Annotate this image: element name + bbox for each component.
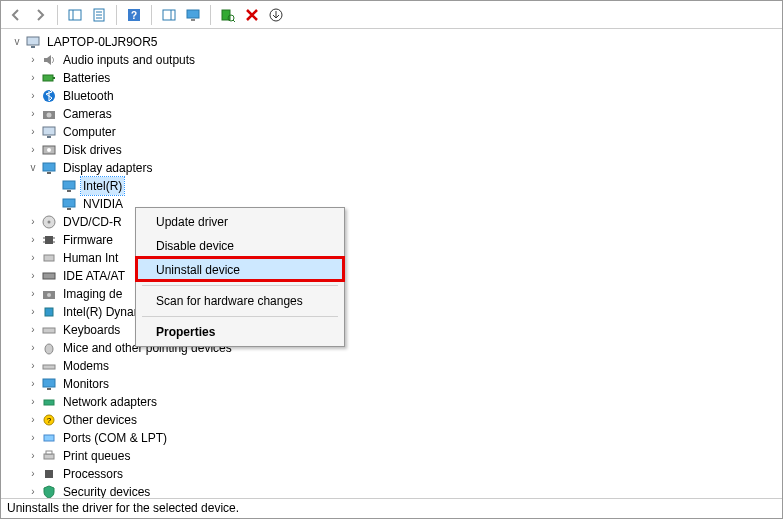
monitor-icon: [186, 8, 200, 22]
back-button[interactable]: [5, 4, 27, 26]
toolbar-separator: [151, 5, 152, 25]
tree-category-batteries[interactable]: › Batteries: [5, 69, 782, 87]
category-label: Print queues: [61, 447, 132, 465]
tree-category-keyboards[interactable]: › Keyboards: [5, 321, 782, 339]
tree-category-firmware[interactable]: › Firmware: [5, 231, 782, 249]
action-button[interactable]: [158, 4, 180, 26]
tree-category-processors[interactable]: › Processors: [5, 465, 782, 483]
expander-icon[interactable]: v: [25, 160, 41, 176]
tree-category-network[interactable]: › Network adapters: [5, 393, 782, 411]
tree-category-imaging[interactable]: › Imaging de: [5, 285, 782, 303]
tree-category-monitors[interactable]: › Monitors: [5, 375, 782, 393]
tree-category-intel-dptf[interactable]: › Intel(R) Dynamic Platform and Thermal …: [5, 303, 782, 321]
tree-category-modems[interactable]: › Modems: [5, 357, 782, 375]
expander-icon[interactable]: ›: [25, 142, 41, 158]
expander-icon[interactable]: ›: [25, 70, 41, 86]
tree-category-mice[interactable]: › Mice and other pointing devices: [5, 339, 782, 357]
security-icon: [41, 484, 57, 498]
update-button[interactable]: [265, 4, 287, 26]
svg-rect-35: [45, 236, 53, 244]
expander-icon[interactable]: ›: [25, 430, 41, 446]
tree-category-hid[interactable]: › Human Int: [5, 249, 782, 267]
expander-icon[interactable]: ›: [25, 448, 41, 464]
expander-icon[interactable]: ›: [25, 484, 41, 498]
expander-icon[interactable]: ›: [25, 412, 41, 428]
expander-icon[interactable]: ›: [25, 358, 41, 374]
category-label: Batteries: [61, 69, 112, 87]
expander-icon[interactable]: ›: [25, 268, 41, 284]
category-label: Imaging de: [61, 285, 124, 303]
expander-icon[interactable]: ›: [25, 340, 41, 356]
ctx-properties[interactable]: Properties: [138, 320, 342, 344]
tree-category-cameras[interactable]: › Cameras: [5, 105, 782, 123]
help-icon: ?: [127, 8, 141, 22]
expander-icon[interactable]: ›: [25, 322, 41, 338]
svg-rect-32: [67, 208, 71, 210]
tree-root[interactable]: v LAPTOP-0LJR9OR5: [5, 33, 782, 51]
expander-icon[interactable]: ›: [25, 88, 41, 104]
svg-rect-55: [46, 451, 52, 454]
svg-rect-56: [45, 470, 53, 478]
tree-category-print-queues[interactable]: › Print queues: [5, 447, 782, 465]
expander-icon[interactable]: ›: [25, 466, 41, 482]
expander-icon[interactable]: ›: [25, 250, 41, 266]
expander-icon[interactable]: ›: [25, 52, 41, 68]
tree-category-ports[interactable]: › Ports (COM & LPT): [5, 429, 782, 447]
ctx-label: Properties: [156, 325, 215, 339]
ctx-separator: [142, 285, 338, 286]
uninstall-button[interactable]: [241, 4, 263, 26]
expander-icon[interactable]: ›: [25, 304, 41, 320]
expander-icon[interactable]: ›: [25, 124, 41, 140]
toolbar-separator: [210, 5, 211, 25]
tree-category-ide[interactable]: › IDE ATA/AT: [5, 267, 782, 285]
expander-icon[interactable]: ›: [25, 106, 41, 122]
tree-category-security[interactable]: › Security devices: [5, 483, 782, 498]
svg-rect-47: [43, 365, 55, 369]
display-icon: [61, 196, 77, 212]
tree-category-other[interactable]: › ? Other devices: [5, 411, 782, 429]
ctx-label: Scan for hardware changes: [156, 294, 303, 308]
svg-rect-53: [44, 435, 54, 441]
tree-device-intel[interactable]: Intel(R): [5, 177, 782, 195]
ctx-update-driver[interactable]: Update driver: [138, 210, 342, 234]
tree-category-audio[interactable]: › Audio inputs and outputs: [5, 51, 782, 69]
tree-category-dvdcd[interactable]: › DVD/CD-R: [5, 213, 782, 231]
expander-icon[interactable]: ›: [25, 232, 41, 248]
category-label: Display adapters: [61, 159, 154, 177]
properties-button[interactable]: [88, 4, 110, 26]
tree-category-computer[interactable]: › Computer: [5, 123, 782, 141]
svg-line-14: [233, 20, 235, 22]
panel-icon: [68, 8, 82, 22]
expander-icon[interactable]: ›: [25, 286, 41, 302]
scan-button[interactable]: [217, 4, 239, 26]
other-icon: ?: [41, 412, 57, 428]
help-button[interactable]: ?: [123, 4, 145, 26]
svg-point-22: [47, 113, 52, 118]
panel2-icon: [162, 8, 176, 22]
tree-category-display-adapters[interactable]: v Display adapters: [5, 159, 782, 177]
expander-icon[interactable]: ›: [25, 214, 41, 230]
sheet-icon: [92, 8, 106, 22]
svg-rect-11: [191, 19, 195, 21]
ctx-disable-device[interactable]: Disable device: [138, 234, 342, 258]
ctx-scan-hardware[interactable]: Scan for hardware changes: [138, 289, 342, 313]
show-hidden-button[interactable]: [64, 4, 86, 26]
battery-icon: [41, 70, 57, 86]
expander-icon[interactable]: ›: [25, 376, 41, 392]
view-button[interactable]: [182, 4, 204, 26]
expander-icon[interactable]: v: [9, 34, 25, 50]
category-label: Firmware: [61, 231, 115, 249]
tree-category-bluetooth[interactable]: › Bluetooth: [5, 87, 782, 105]
ctx-uninstall-device[interactable]: Uninstall device: [138, 258, 342, 282]
tree-category-disk-drives[interactable]: › Disk drives: [5, 141, 782, 159]
svg-rect-45: [43, 328, 55, 333]
expander-icon[interactable]: ›: [25, 394, 41, 410]
category-label: Disk drives: [61, 141, 124, 159]
svg-point-43: [47, 293, 51, 297]
device-tree[interactable]: v LAPTOP-0LJR9OR5 › Audio inputs and out…: [1, 29, 782, 498]
category-label: IDE ATA/AT: [61, 267, 127, 285]
tree-device-nvidia[interactable]: NVIDIA: [5, 195, 782, 213]
category-label: Processors: [61, 465, 125, 483]
expander-spacer: [45, 178, 61, 194]
forward-button[interactable]: [29, 4, 51, 26]
